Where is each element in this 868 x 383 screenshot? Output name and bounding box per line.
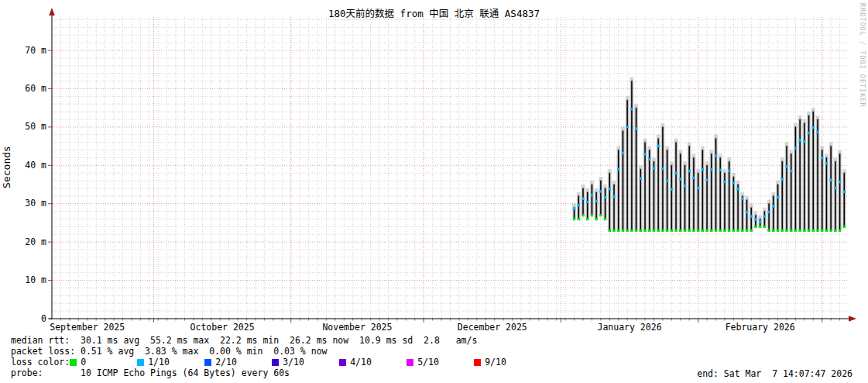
loss-color-swatch [407,359,413,366]
month-label: December 2025 [458,322,527,333]
day-spike [603,185,607,220]
loss-color-swatch [474,359,481,366]
day-spike [820,147,824,233]
day-spike [816,116,820,232]
median-rtt-stats: median rtt: 30.1 ms avg 55.2 ms max 22.2… [11,336,477,346]
day-spike [750,204,753,232]
day-spike [652,157,656,232]
loss-color-value: 9/10 [485,357,506,367]
day-spike [776,181,780,232]
month-label: October 2025 [190,322,255,333]
y-tick-label: 60 m [0,84,46,94]
day-spike [621,127,625,232]
day-spike [696,169,700,232]
y-tick-label: 20 m [0,237,46,247]
day-spike [582,185,585,216]
y-tick-label: 0 [0,314,46,324]
loss-color-item: 9/10 [474,357,541,367]
day-spike [678,150,682,232]
loss-color-item: 2/10 [204,357,272,367]
loss-color-swatch [272,359,279,366]
day-spike [758,215,762,228]
loss-color-label: loss color: [11,357,70,367]
day-spike [577,192,581,220]
day-spike [842,169,846,228]
loss-color-swatch [70,359,77,366]
day-spike [674,139,678,232]
loss-color-item: 4/10 [339,357,407,367]
day-spike [701,147,705,233]
day-spike [647,147,651,233]
loss-color-swatch [339,359,346,366]
day-spike [661,123,665,232]
day-spike [608,169,612,232]
y-tick-label: 70 m [0,46,46,56]
day-spike [599,177,602,216]
loss-color-value: 1/10 [148,357,170,367]
day-spike [714,135,718,232]
day-spike [670,161,674,232]
loss-color-value: 0 [81,357,86,367]
loss-color-value: 3/10 [283,357,304,367]
day-spike [794,123,798,232]
day-spike [626,96,630,232]
day-spike [833,157,837,232]
day-spike [572,204,576,221]
y-tick-label: 50 m [0,122,46,132]
day-spike [657,135,660,232]
y-tick-label: 10 m [0,275,46,285]
loss-color-item: 0 [70,357,137,367]
day-spike [785,143,789,233]
day-spike [692,154,696,232]
day-spike [612,181,616,232]
loss-color-item: 1/10 [137,357,204,367]
loss-color-item: 3/10 [272,357,339,367]
day-spike [709,150,713,232]
day-spike [634,104,638,232]
day-spike [736,181,740,232]
day-spike [639,165,643,232]
day-spike [798,116,802,232]
day-spike [590,181,594,216]
loss-color-swatch [137,359,144,366]
day-spike [616,147,620,233]
latency-series-layer [572,78,846,233]
day-spike [767,200,771,232]
day-spike [789,150,793,232]
day-spike [771,192,775,232]
day-spike [585,188,589,220]
day-spike [705,161,709,232]
day-spike [745,196,749,232]
day-spike [732,173,736,232]
loss-color-value: 5/10 [417,357,439,367]
day-spike [754,212,758,229]
day-spike [807,112,811,232]
day-spike [829,143,833,233]
loss-color-swatch [204,359,211,366]
day-spike [719,154,722,232]
day-spike [643,139,647,232]
loss-color-item: 5/10 [407,357,474,367]
day-spike [763,208,767,229]
day-spike [630,78,633,233]
month-label: September 2025 [50,322,125,333]
day-spike [802,119,806,232]
day-spike [811,108,815,232]
y-tick-label: 40 m [0,160,46,171]
day-spike [688,143,691,233]
smokeping-graph: 180天前的数据 from 中国 北京 联通 AS4837 Seconds RR… [0,0,868,383]
month-label: November 2025 [322,322,392,333]
day-spike [665,147,669,233]
loss-color-legend: loss color: 01/102/103/104/105/109/10 [11,357,541,367]
day-spike [595,188,599,220]
day-spike [781,157,784,232]
loss-color-value: 4/10 [350,357,372,367]
day-spike [723,169,727,232]
probe-info: probe: 10 ICMP Echo Pings (64 Bytes) eve… [11,368,290,378]
day-spike [825,154,829,232]
end-timestamp: end: Sat Mar 7 14:07:47 2026 [697,368,853,379]
y-tick-label: 30 m [0,198,46,209]
day-spike [727,157,731,232]
month-label: January 2026 [597,322,661,333]
day-spike [683,161,687,232]
